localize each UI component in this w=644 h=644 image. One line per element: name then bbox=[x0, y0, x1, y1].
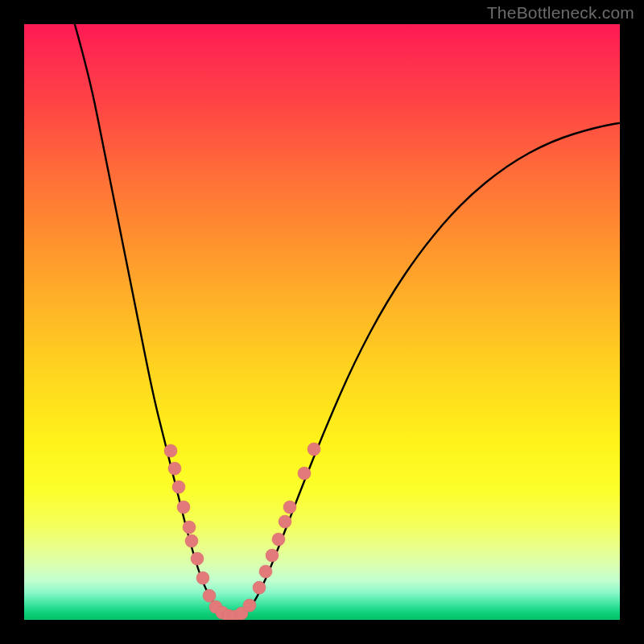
data-marker bbox=[253, 581, 266, 594]
data-marker bbox=[308, 443, 320, 456]
data-marker bbox=[298, 467, 311, 480]
watermark-label: TheBottleneck.com bbox=[487, 3, 634, 23]
data-marker bbox=[243, 599, 256, 612]
data-marker bbox=[283, 501, 296, 514]
data-marker bbox=[266, 549, 279, 562]
data-marker bbox=[203, 589, 216, 602]
data-marker bbox=[177, 501, 190, 514]
data-marker bbox=[279, 515, 291, 528]
data-marker bbox=[172, 481, 185, 493]
chart-frame: TheBottleneck.com bbox=[0, 0, 644, 644]
data-markers bbox=[164, 443, 320, 620]
data-marker bbox=[164, 444, 177, 457]
data-marker bbox=[259, 565, 272, 578]
data-marker bbox=[168, 462, 181, 475]
data-marker bbox=[191, 552, 204, 565]
plot-area bbox=[24, 24, 620, 620]
data-marker bbox=[272, 533, 285, 546]
data-marker bbox=[185, 535, 198, 547]
data-marker bbox=[183, 521, 196, 534]
chart-svg bbox=[24, 24, 620, 620]
bottleneck-curve bbox=[72, 24, 620, 617]
data-marker bbox=[196, 572, 209, 584]
